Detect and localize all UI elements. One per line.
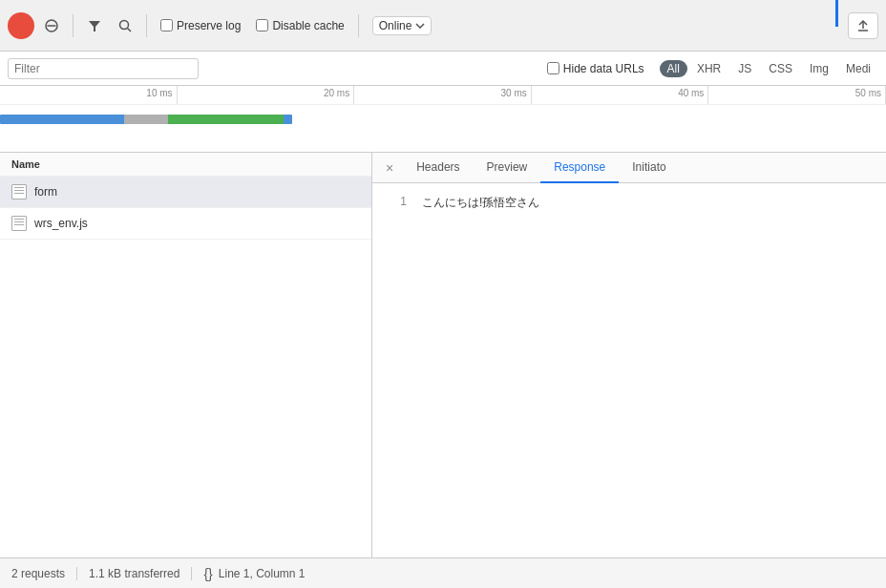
- detail-panel: × HeadersPreviewResponseInitiato 1こんにちは!…: [372, 153, 886, 557]
- filter-tab-all[interactable]: All: [660, 60, 687, 77]
- cursor-position: Line 1, Column 1: [219, 567, 306, 580]
- detail-tabs-container: HeadersPreviewResponseInitiato: [403, 153, 679, 183]
- list-item[interactable]: wrs_env.js: [0, 208, 371, 240]
- file-list-panel: Name formwrs_env.js: [0, 153, 372, 557]
- upload-button[interactable]: [848, 12, 878, 39]
- filter-button[interactable]: [81, 12, 108, 39]
- ruler-tick: 10 ms: [0, 86, 178, 104]
- hide-data-urls-text: Hide data URLs: [563, 62, 644, 75]
- timeline-ruler: 10 ms20 ms30 ms40 ms50 ms: [0, 86, 886, 105]
- response-lines: 1こんにちは!孫悟空さん: [388, 193, 871, 213]
- online-label: Online: [379, 19, 412, 32]
- filter-tab-xhr[interactable]: XHR: [689, 60, 728, 77]
- ruler-tick: 30 ms: [354, 86, 532, 104]
- list-item[interactable]: form: [0, 177, 371, 208]
- filter-tab-js[interactable]: JS: [730, 60, 759, 77]
- filter-tab-css[interactable]: CSS: [761, 60, 800, 77]
- no-entry-icon: [45, 19, 58, 32]
- main-content: Name formwrs_env.js × HeadersPreviewResp…: [0, 153, 886, 557]
- hide-data-urls-checkbox[interactable]: [547, 62, 559, 74]
- file-list: formwrs_env.js: [0, 177, 371, 240]
- hide-data-urls-group: Hide data URLs: [547, 62, 644, 75]
- bar-gray: [124, 115, 168, 124]
- preserve-log-group: Preserve log: [160, 19, 241, 32]
- timeline-bars: [0, 105, 886, 153]
- search-icon: [118, 19, 132, 32]
- filter-bar: Hide data URLs AllXHRJSCSSImgMedi: [0, 52, 886, 86]
- disable-cache-label[interactable]: Disable cache: [256, 19, 344, 32]
- detail-tab-preview[interactable]: Preview: [474, 153, 541, 183]
- clear-button[interactable]: [38, 12, 65, 39]
- filter-input[interactable]: [8, 58, 199, 79]
- filter-tab-img[interactable]: Img: [802, 60, 836, 77]
- response-line: 1こんにちは!孫悟空さん: [388, 193, 871, 213]
- transferred-size: 1.1 kB transferred: [77, 567, 192, 580]
- svg-marker-2: [89, 21, 100, 32]
- file-list-header: Name: [0, 153, 371, 177]
- detail-tab-response[interactable]: Response: [540, 153, 619, 183]
- detail-tab-headers[interactable]: Headers: [403, 153, 473, 183]
- ruler-tick: 40 ms: [532, 86, 709, 104]
- svg-line-4: [128, 28, 132, 32]
- line-content: こんにちは!孫悟空さん: [422, 195, 539, 211]
- detail-tabs: × HeadersPreviewResponseInitiato: [372, 153, 886, 183]
- preserve-log-text: Preserve log: [177, 19, 241, 32]
- close-tab-button[interactable]: ×: [376, 153, 403, 183]
- disable-cache-checkbox[interactable]: [256, 19, 268, 32]
- file-icon: [11, 216, 27, 231]
- request-count: 2 requests: [11, 567, 77, 580]
- toolbar: Preserve log Disable cache Online: [0, 0, 886, 52]
- disable-cache-text: Disable cache: [272, 19, 344, 32]
- filter-icon: [88, 19, 101, 32]
- ruler-tick: 20 ms: [178, 86, 355, 104]
- detail-content: 1こんにちは!孫悟空さん: [372, 183, 886, 557]
- svg-point-3: [120, 20, 129, 29]
- divider-1: [73, 14, 74, 37]
- search-button[interactable]: [112, 12, 138, 39]
- status-format: {} Line 1, Column 1: [192, 566, 305, 581]
- file-name: form: [34, 185, 57, 199]
- file-name: wrs_env.js: [34, 217, 88, 230]
- chevron-down-icon: [415, 23, 425, 29]
- upload-icon: [856, 19, 870, 32]
- timeline-area: 10 ms20 ms30 ms40 ms50 ms: [0, 86, 886, 153]
- divider-2: [146, 14, 147, 37]
- status-bar: 2 requests 1.1 kB transferred {} Line 1,…: [0, 557, 886, 588]
- disable-cache-group: Disable cache: [256, 19, 344, 32]
- file-icon: [11, 184, 27, 200]
- hide-data-urls-label[interactable]: Hide data URLs: [547, 62, 644, 75]
- preserve-log-label[interactable]: Preserve log: [160, 19, 241, 32]
- line-number: 1: [388, 195, 407, 211]
- bar-green: [168, 115, 284, 124]
- blue-indicator: [835, 0, 838, 27]
- filter-tabs: AllXHRJSCSSImgMedi: [660, 60, 878, 77]
- record-button[interactable]: [8, 12, 34, 39]
- online-select[interactable]: Online: [372, 16, 432, 35]
- detail-tab-initiato[interactable]: Initiato: [619, 153, 679, 183]
- ruler-tick: 50 ms: [708, 86, 886, 104]
- filter-tab-medi[interactable]: Medi: [838, 60, 878, 77]
- braces-icon: {}: [203, 566, 212, 581]
- preserve-log-checkbox[interactable]: [160, 19, 173, 32]
- divider-3: [358, 14, 359, 37]
